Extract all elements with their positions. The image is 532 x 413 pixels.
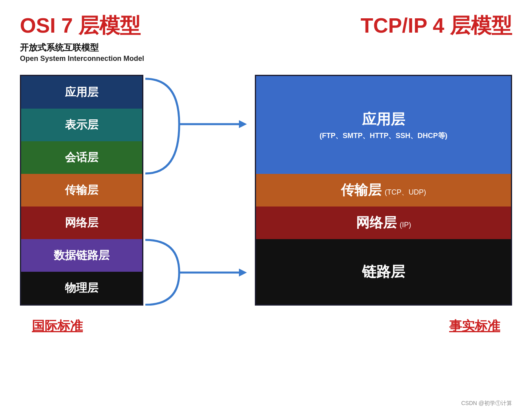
osi-layer-shuju: 数据链路层 [21, 239, 142, 272]
diagram-area: 应用层 表示层 会话层 传输层 网络层 数据链路层 物理层 [20, 75, 512, 306]
o-bold: Open System Interconnection Model [20, 55, 144, 62]
tcpip-layer-net: 网络层 (IP) [256, 206, 511, 239]
tcpip-app-label: 应用层 [362, 110, 405, 129]
connector-svg [143, 75, 255, 306]
bottom-left-label: 国际标准 [32, 318, 83, 335]
tcpip-link-label: 链路层 [362, 262, 405, 282]
tcpip-net-sub: (IP) [400, 221, 411, 229]
header-row: OSI 7 层模型 开放式系统互联模型 Open System Intercon… [20, 12, 512, 63]
tcpip-net-row: 网络层 (IP) [356, 214, 411, 232]
osi-layers: 应用层 表示层 会话层 传输层 网络层 数据链路层 物理层 [20, 75, 143, 306]
svg-marker-3 [239, 269, 247, 277]
osi-section-header: OSI 7 层模型 开放式系统互联模型 Open System Intercon… [20, 12, 144, 63]
osi-layer-wangluo: 网络层 [21, 206, 142, 239]
tcpip-trans-label: 传输层 [341, 181, 381, 199]
tcp-title: TCP/IP 4 层模型 [361, 12, 512, 40]
tcpip-net-label: 网络层 [356, 214, 397, 232]
bottom-right-label: 事实标准 [449, 318, 500, 335]
tcpip-layer-link: 链路层 [256, 239, 511, 304]
osi-layer-wuli: 物理层 [21, 272, 142, 304]
osi-layer-yingyong: 应用层 [21, 76, 142, 109]
tcpip-layer-app: 应用层 (FTP、SMTP、HTTP、SSH、DHCP等) [256, 76, 511, 174]
connector-area [143, 75, 255, 306]
page: OSI 7 层模型 开放式系统互联模型 Open System Intercon… [0, 0, 532, 413]
osi-layer-huihua: 会话层 [21, 141, 142, 174]
tcpip-layers: 应用层 (FTP、SMTP、HTTP、SSH、DHCP等) 传输层 (TCP、U… [255, 75, 512, 306]
osi-layer-biaoshi: 表示层 [21, 109, 142, 141]
tcp-section-header: TCP/IP 4 层模型 [361, 12, 512, 40]
tcpip-app-sub: (FTP、SMTP、HTTP、SSH、DHCP等) [320, 131, 448, 140]
tcpip-trans-sub: (TCP、UDP) [385, 187, 426, 197]
subtitle-zh: 开放式系统互联模型 [20, 42, 144, 54]
osi-title: OSI 7 层模型 [20, 12, 144, 40]
osi-layer-chuanshu: 传输层 [21, 174, 142, 206]
svg-marker-1 [239, 120, 247, 128]
bottom-row: 国际标准 事实标准 [20, 318, 512, 335]
tcpip-layer-trans: 传输层 (TCP、UDP) [256, 174, 511, 206]
tcpip-trans-row: 传输层 (TCP、UDP) [341, 181, 426, 199]
subtitle-en: Open System Interconnection Model [20, 55, 144, 63]
watermark: CSDN @初学①计算 [461, 400, 512, 407]
